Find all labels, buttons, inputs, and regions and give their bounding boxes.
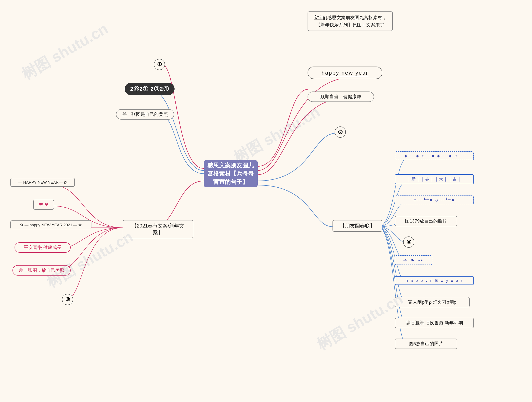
branch4-dashed1: ◆·---◆ ◇---◆ ◆·---◆ ◇---: [395, 151, 474, 160]
branch4-dashed2: ◇---┗━◆ ◇---┗━◆: [395, 195, 474, 204]
branch3-chayizhang: 差一张图，放自己美照: [13, 265, 71, 276]
branch2-happy-new-year: happy new year: [308, 66, 382, 79]
branch3-hearts: ❤ ❤: [33, 200, 54, 210]
branch2-intro-box: 宝宝们感恩文案朋友圈九宫格素材，【新年快乐系列】原图＋文案来了: [308, 12, 393, 31]
watermark-1: 树图 shutu.cn: [18, 19, 112, 84]
branch4-arrows: ➔ ❧ ⊶: [395, 255, 432, 265]
branch3-happy-new-year-2021: ✿ — happy NEW YEAR 2021 — ✿: [10, 220, 91, 229]
branch4-main-box: 【朋友圈春联】: [332, 220, 382, 232]
branch4-circle4: ④: [403, 236, 414, 248]
branch4-cijiu: 辞旧迎新 旧疾当愈 新年可期: [395, 318, 474, 328]
watermark-4: 树图 shutu.cn: [313, 289, 407, 355]
branch1-photo-label: 差一张图是自己的美照: [116, 109, 174, 120]
branch4-jiaren: 家人闲ρ坐ρ 灯火可ρ亲ρ: [395, 297, 470, 307]
branch1-2021-pill: 2⓪2① 2⓪2①: [125, 83, 175, 95]
branch2-circle: ②: [335, 126, 346, 138]
branch2-shunshun: 顺顺当当，健健康康: [308, 91, 374, 102]
branch3-circle: ③: [62, 294, 73, 305]
branch4-xin-chun: ｜新｜｜春｜｜大｜｜吉｜: [395, 174, 474, 184]
branch4-photo5: 图5放自己的照片: [395, 338, 457, 349]
branch4-photo1379: 图1379放自己的照片: [395, 216, 457, 226]
branch1-circle: ①: [154, 59, 165, 70]
branch3-main-box: 【2021春节文案/新年文案】: [123, 220, 193, 238]
watermark-2: 树图 shutu.cn: [230, 102, 323, 167]
central-node[interactable]: 感恩文案朋友圈九宫格素材【兵哥哥官宣的句子】: [204, 160, 258, 187]
branch3-happy-new-year: — HAPPY NEW YEAR— ✿: [10, 178, 75, 187]
branch4-happynewyear-spaced: h a p p y n E w y e a r: [395, 276, 474, 285]
branch3-pingan: 平安喜樂 健康成長: [14, 242, 71, 253]
